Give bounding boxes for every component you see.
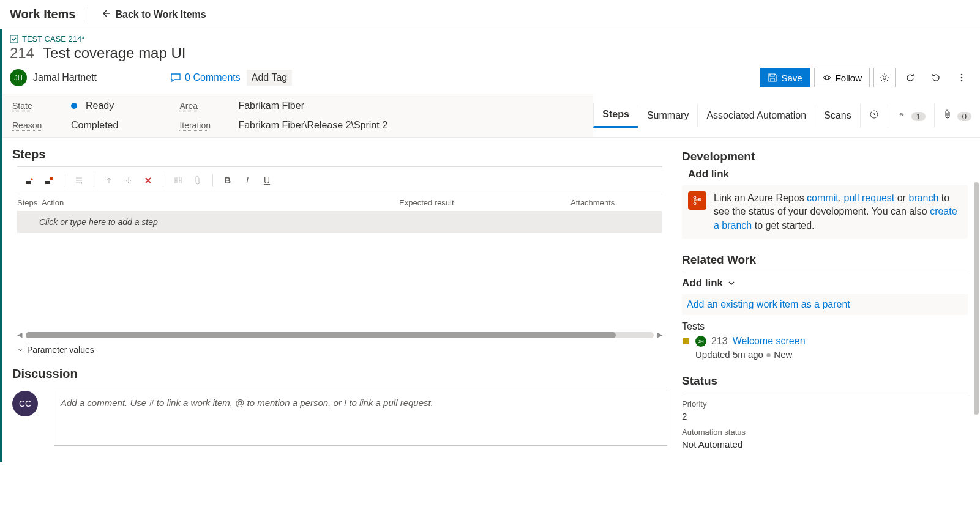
settings-button[interactable] [873, 68, 896, 87]
undo-icon [931, 73, 941, 83]
kebab-icon [960, 73, 963, 83]
tests-label: Tests [682, 321, 968, 332]
comment-input[interactable]: Add a comment. Use # to link a work item… [54, 391, 667, 446]
outdent-icon [74, 176, 84, 185]
pr-link[interactable]: pull request [844, 193, 895, 203]
add-parent-link[interactable]: Add an existing work item as a parent [682, 294, 968, 315]
insert-param-button[interactable] [170, 172, 187, 189]
attachments-count: 0 [957, 112, 971, 121]
breadcrumb[interactable]: TEST CASE 214* [2, 29, 980, 45]
steps-scrollbar[interactable]: ◀ ▶ [17, 331, 662, 339]
x-icon [144, 176, 152, 185]
follow-button[interactable]: Follow [814, 68, 870, 87]
topbar: Work Items Back to Work Items [0, 0, 980, 29]
attach-button[interactable] [189, 172, 206, 189]
test-item[interactable]: JH 213 Welcome screen [682, 336, 968, 347]
back-label: Back to Work Items [115, 9, 206, 20]
save-button[interactable]: Save [760, 68, 810, 87]
shared-step-icon [44, 176, 54, 185]
delete-step-button[interactable] [140, 172, 157, 189]
underline-button[interactable]: U [258, 172, 275, 189]
reason-value[interactable]: Completed [71, 120, 118, 131]
svg-point-4 [961, 77, 963, 79]
svg-point-3 [961, 74, 963, 76]
col-expected: Expected result [399, 198, 570, 207]
state-dot-icon [71, 103, 77, 109]
chevron-down-icon [17, 347, 23, 353]
test-id: 213 [711, 336, 728, 347]
commit-link[interactable]: commit [807, 193, 839, 203]
add-step-placeholder[interactable]: Click or type here to add a step [17, 211, 662, 233]
italic-button[interactable]: I [239, 172, 256, 189]
move-up-button[interactable] [100, 172, 118, 189]
outdent-button[interactable] [70, 172, 88, 189]
svg-point-1 [825, 76, 829, 80]
breadcrumb-text: TEST CASE 214* [22, 34, 84, 43]
iteration-label: Iteration [179, 120, 216, 130]
gear-icon [880, 73, 889, 83]
attachment-icon [943, 109, 952, 119]
workitem-title[interactable]: Test coverage map UI [43, 45, 185, 62]
tab-links[interactable]: 1 [888, 103, 935, 128]
area-label: Area [179, 101, 216, 111]
priority-value[interactable]: 2 [682, 411, 968, 421]
tab-associated-automation[interactable]: Associated Automation [697, 104, 815, 127]
assignee-avatar[interactable]: JH [10, 69, 27, 86]
bold-button[interactable]: B [219, 172, 236, 189]
back-button[interactable]: Back to Work Items [88, 9, 206, 21]
parameter-values-toggle[interactable]: Parameter values [2, 342, 677, 357]
automation-status-label: Automation status [682, 427, 968, 437]
col-action: Action [42, 198, 399, 207]
add-tag-button[interactable]: Add Tag [247, 70, 292, 86]
status-heading: Status [682, 374, 968, 388]
back-arrow-icon [100, 9, 110, 21]
state-value[interactable]: Ready [86, 100, 114, 111]
assignee-name[interactable]: Jamal Hartnett [33, 72, 97, 83]
automation-status-value[interactable]: Not Automated [682, 439, 968, 449]
state-label: State [12, 101, 49, 111]
svg-point-10 [694, 196, 696, 199]
svg-rect-13 [683, 338, 689, 344]
add-link-dropdown[interactable]: Add link [682, 277, 968, 289]
iteration-value[interactable]: Fabrikam Fiber\Release 2\Sprint 2 [238, 120, 387, 131]
tab-history[interactable] [860, 103, 888, 128]
steps-toolbar: B I U [17, 166, 662, 194]
follow-label: Follow [836, 73, 862, 83]
insert-step-icon [24, 176, 34, 185]
test-case-icon [682, 337, 690, 346]
paperclip-icon [194, 176, 201, 185]
more-button[interactable] [951, 68, 973, 87]
svg-rect-7 [26, 181, 31, 184]
col-attachments: Attachments [570, 198, 662, 207]
add-link-label: Add link [682, 277, 723, 289]
comments-button[interactable]: 0 Comments [170, 72, 241, 83]
page-heading: Work Items [10, 7, 88, 21]
history-icon [869, 109, 879, 119]
vertical-scrollbar[interactable] [974, 182, 979, 415]
tab-scans[interactable]: Scans [815, 104, 859, 127]
discussion-heading: Discussion [2, 357, 677, 386]
tab-attachments[interactable]: 0 [934, 103, 980, 128]
tab-summary[interactable]: Summary [638, 104, 697, 127]
move-down-button[interactable] [120, 172, 137, 189]
refresh-icon [905, 73, 915, 83]
scroll-left-icon: ◀ [17, 331, 22, 339]
chevron-down-icon [728, 279, 735, 287]
undo-button[interactable] [925, 68, 947, 87]
side-panel: Development Add link Link an Azure Repos… [677, 138, 980, 462]
insert-shared-step-button[interactable] [40, 172, 58, 189]
development-heading: Development [682, 150, 968, 163]
svg-point-11 [694, 202, 696, 205]
tab-steps[interactable]: Steps [593, 103, 638, 128]
branch-link[interactable]: branch [908, 193, 938, 203]
svg-point-5 [961, 80, 963, 82]
param-icon [173, 176, 183, 185]
area-value[interactable]: Fabrikam Fiber [238, 100, 304, 111]
test-name[interactable]: Welcome screen [733, 336, 806, 347]
development-info: Link an Azure Repos commit, pull request… [682, 185, 968, 239]
add-link-development[interactable]: Add link [682, 168, 968, 180]
refresh-button[interactable] [899, 68, 921, 87]
scroll-right-icon: ▶ [657, 331, 662, 339]
insert-step-button[interactable] [21, 172, 38, 189]
steps-heading: Steps [2, 138, 677, 166]
